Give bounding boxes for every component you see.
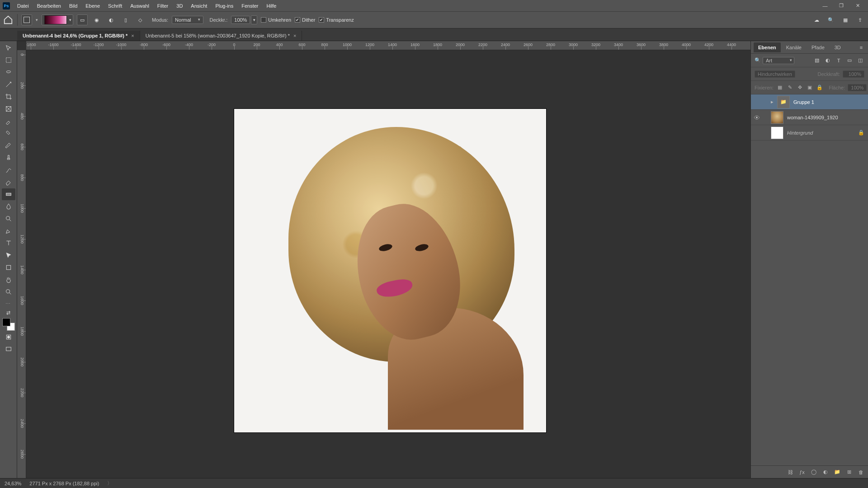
swap-colors-icon[interactable]: ⇄ <box>2 310 15 316</box>
layer-item[interactable]: woman-1439909_1920 <box>751 110 868 125</box>
lock-nest-icon[interactable]: ▣ <box>806 84 813 91</box>
vertical-ruler[interactable]: 0200400600800100012001400160018002000220… <box>17 50 26 478</box>
tab-pfade[interactable]: Pfade <box>807 42 829 52</box>
layer-name[interactable]: woman-1439909_1920 <box>787 115 868 120</box>
gradient-swatch[interactable]: ▾ <box>42 14 73 25</box>
layer-group[interactable]: ▸ 📁 Gruppe 1 <box>751 94 868 110</box>
document-tab-1[interactable]: Unbenannt-4 bei 24,6% (Gruppe 1, RGB/8#)… <box>17 31 140 41</box>
wand-tool-icon[interactable] <box>2 79 15 90</box>
type-tool-icon[interactable] <box>2 237 15 249</box>
gradient-linear-icon[interactable]: ▭ <box>77 14 88 25</box>
trash-icon[interactable]: 🗑 <box>857 469 864 476</box>
layer-name[interactable]: Gruppe 1 <box>793 99 868 105</box>
filter-smart-icon[interactable]: ◫ <box>856 56 864 65</box>
path-select-tool-icon[interactable] <box>2 249 15 261</box>
blur-tool-icon[interactable] <box>2 201 15 212</box>
document-canvas[interactable] <box>234 109 546 432</box>
zoom-tool-icon[interactable] <box>2 286 15 298</box>
gradient-reflected-icon[interactable]: ▯ <box>120 14 131 25</box>
visibility-toggle[interactable] <box>751 114 763 121</box>
new-layer-icon[interactable]: ⊞ <box>845 469 853 476</box>
foreground-color-swatch[interactable] <box>2 318 10 326</box>
menu-plugins[interactable]: Plug-ins <box>212 2 237 10</box>
gradient-radial-icon[interactable]: ◉ <box>91 14 102 25</box>
doc-dimensions[interactable]: 2771 Px x 2768 Px (182,88 ppi) <box>29 481 99 486</box>
dither-checkbox[interactable]: Dither <box>295 17 315 23</box>
document-tab-2[interactable]: Unbenannt-5 bei 158% (woman-2003647_1920… <box>140 31 302 41</box>
crop-tool-icon[interactable] <box>2 91 15 103</box>
lasso-tool-icon[interactable] <box>2 66 15 78</box>
tab-3d[interactable]: 3D <box>830 42 845 52</box>
window-restore-icon[interactable]: ❐ <box>834 1 849 10</box>
gradient-tool-icon[interactable] <box>2 188 15 200</box>
filter-adjust-icon[interactable]: ◐ <box>824 56 832 65</box>
heal-tool-icon[interactable] <box>2 127 15 139</box>
lock-paint-icon[interactable]: ✎ <box>786 84 793 91</box>
layer-background[interactable]: Hintergrund 🔒 <box>751 125 868 141</box>
quickmask-icon[interactable] <box>2 331 15 343</box>
blend-mode-layer-select[interactable]: Hindurchwirken <box>755 70 795 78</box>
marquee-tool-icon[interactable] <box>2 54 15 66</box>
menu-bild[interactable]: Bild <box>66 2 81 10</box>
menu-auswahl[interactable]: Auswahl <box>127 2 153 10</box>
home-icon[interactable] <box>3 14 14 25</box>
layer-name[interactable]: Hintergrund <box>787 130 858 136</box>
horizontal-ruler[interactable]: -1800-1600-1400-1200-1000-800-600-400-20… <box>26 41 750 50</box>
tool-preset-icon[interactable] <box>21 14 32 25</box>
link-layers-icon[interactable]: ⛓ <box>787 469 794 476</box>
transparency-checkbox[interactable]: Transparenz <box>319 17 354 23</box>
zoom-readout[interactable]: 24,63% <box>5 481 21 486</box>
tab-ebenen[interactable]: Ebenen <box>754 42 781 52</box>
window-close-icon[interactable]: ✕ <box>850 1 865 10</box>
menu-fenster[interactable]: Fenster <box>238 2 262 10</box>
layer-thumbnail[interactable] <box>771 127 783 139</box>
color-swatches[interactable] <box>2 318 15 331</box>
filter-type-select[interactable]: Art <box>763 57 794 64</box>
canvas-stage[interactable] <box>26 50 750 478</box>
panel-menu-icon[interactable]: ≡ <box>857 43 865 52</box>
expand-icon[interactable]: ▸ <box>771 99 777 105</box>
dodge-tool-icon[interactable] <box>2 213 15 225</box>
tab-kanaele[interactable]: Kanäle <box>782 42 806 52</box>
mask-icon[interactable]: ◯ <box>810 469 817 476</box>
window-minimize-icon[interactable]: — <box>817 1 833 10</box>
gradient-diamond-icon[interactable]: ◇ <box>135 14 146 25</box>
fill-input[interactable]: 100% <box>848 84 867 91</box>
filter-type-icon[interactable]: T <box>835 56 843 65</box>
status-more-icon[interactable]: 〉 <box>107 480 112 487</box>
layer-thumbnail[interactable] <box>771 111 783 124</box>
move-tool-icon[interactable] <box>2 42 15 54</box>
lock-pixels-icon[interactable]: ▦ <box>776 84 783 91</box>
reverse-checkbox[interactable]: Umkehren <box>261 17 291 23</box>
layer-opacity-input[interactable]: 100% <box>843 70 864 78</box>
opacity-input[interactable]: 100% <box>231 16 250 24</box>
eraser-tool-icon[interactable] <box>2 176 15 188</box>
frame-tool-icon[interactable] <box>2 103 15 115</box>
history-brush-tool-icon[interactable] <box>2 164 15 176</box>
blend-mode-select[interactable]: Normal <box>172 16 203 24</box>
workspace-icon[interactable]: ▦ <box>840 14 851 25</box>
eyedropper-tool-icon[interactable] <box>2 115 15 127</box>
menu-ebene[interactable]: Ebene <box>82 2 104 10</box>
menu-datei[interactable]: Datei <box>14 2 33 10</box>
brush-tool-icon[interactable] <box>2 140 15 151</box>
adjustment-icon[interactable]: ◐ <box>822 469 829 476</box>
more-tools-icon[interactable]: ⋯ <box>2 301 15 307</box>
hand-tool-icon[interactable] <box>2 274 15 286</box>
menu-schrift[interactable]: Schrift <box>104 2 126 10</box>
menu-bearbeiten[interactable]: Bearbeiten <box>33 2 65 10</box>
opacity-dropdown-icon[interactable]: ▾ <box>251 15 257 24</box>
lock-position-icon[interactable]: ✥ <box>796 84 803 91</box>
share-icon[interactable]: ⇪ <box>854 14 865 25</box>
search-icon[interactable]: 🔍 <box>826 14 836 25</box>
gradient-angle-icon[interactable]: ◐ <box>106 14 117 25</box>
stamp-tool-icon[interactable] <box>2 152 15 164</box>
menu-ansicht[interactable]: Ansicht <box>187 2 211 10</box>
lock-all-icon[interactable]: 🔒 <box>816 84 823 91</box>
group-icon[interactable]: 📁 <box>834 469 841 476</box>
menu-filter[interactable]: Filter <box>154 2 172 10</box>
menu-hilfe[interactable]: Hilfe <box>263 2 280 10</box>
fx-icon[interactable]: ƒx <box>798 469 806 476</box>
close-tab-icon[interactable]: × <box>293 33 296 38</box>
filter-shape-icon[interactable]: ▭ <box>845 56 854 65</box>
